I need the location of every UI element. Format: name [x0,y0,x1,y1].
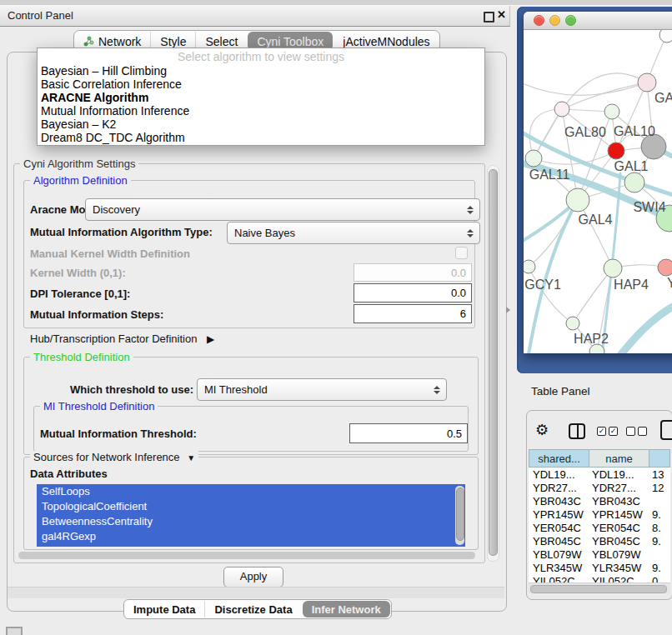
network-edge-thick[interactable] [607,297,672,353]
dropdown-item-dream8-dc-tdc-algorithm[interactable]: Dream8 DC_TDC Algorithm [38,131,484,144]
network-node[interactable] [658,259,672,276]
sources-legend[interactable]: Sources for Network Inference ▼ [30,451,198,463]
attribute-selfloops[interactable]: SelfLoops [37,484,465,499]
aracne-mode-select[interactable]: Discovery [85,198,480,221]
select-all-icon[interactable]: ✓ ✓ [597,427,618,436]
checked-box-icon: ✓ [609,427,618,436]
float-window-icon[interactable] [484,12,494,22]
table-cell: YBR043C [589,495,649,508]
table-horizontal-scrollbar[interactable] [529,582,670,593]
network-edge[interactable] [524,80,647,95]
dropdown-item-basic-correlation-inference[interactable]: Basic Correlation Inference [38,78,484,91]
network-node[interactable] [566,188,589,212]
data-attributes-list[interactable]: SelfLoopsTopologicalCoefficientBetweenne… [37,484,465,547]
columns-icon[interactable] [569,423,585,439]
settings-vertical-scrollbar[interactable] [487,165,499,562]
table-cell: YBR045C [529,535,589,548]
attribute-betweennesscentrality[interactable]: BetweennessCentrality [37,514,465,529]
collapse-down-icon: ▼ [187,453,195,462]
network-node[interactable] [638,73,656,92]
mi-threshold-input[interactable] [349,423,468,443]
table-scrollbar-thumb[interactable] [530,585,667,593]
close-window-button[interactable] [534,15,544,26]
table-body: YDL19...YDL19...13YDR27...YDR27...12YBR0… [529,468,670,582]
tab-discretize-data[interactable]: Discretize Data [204,601,301,618]
table-row[interactable]: YBL079WYBL079W [529,548,670,561]
dropdown-item-aracne-algorithm[interactable]: ARACNE Algorithm [38,91,484,104]
deselect-all-icon[interactable] [626,427,647,436]
attribute-topologicalcoefficient[interactable]: TopologicalCoefficient [37,499,465,514]
tab-label: Style [160,35,186,48]
gear-icon[interactable]: ⚙ [535,421,549,439]
network-node[interactable] [554,102,569,117]
table-cell: YLR345W [589,562,649,574]
network-node[interactable] [566,317,579,330]
network-canvas[interactable]: GAL80GAL10GALGAL11GAL1SWI4GAL4GCY1HAP4YH… [524,30,672,353]
table-row[interactable]: YLR345WYLR345W9. [529,561,670,574]
attributes-scrollbar-thumb[interactable] [456,488,464,541]
network-window[interactable]: GAL80GAL10GALGAL11GAL1SWI4GAL4GCY1HAP4YH… [524,12,672,353]
manual-kernel-checkbox[interactable] [455,247,468,259]
node-label-hap2: HAP2 [574,332,609,346]
mi-steps-input[interactable] [354,304,472,323]
which-threshold-label: Which threshold to use: [70,383,193,396]
dropdown-item-mutual-information-inference[interactable]: Mutual Information Inference [38,104,484,118]
network-graph[interactable]: GAL80GAL10GALGAL11GAL1SWI4GAL4GCY1HAP4YH… [524,30,672,353]
network-node[interactable] [525,150,542,167]
network-window-titlebar[interactable] [524,12,672,30]
table-cell: YBR045C [589,535,649,548]
attributes-scrollbar[interactable] [455,486,464,545]
tab-label: Select [205,35,238,48]
mi-threshold-label: Mutual Information Threshold: [40,428,197,440]
settings-scrollbar-thumb[interactable] [489,169,498,556]
network-node[interactable] [624,172,644,192]
horizontal-scrollbar-thumb[interactable] [18,552,475,559]
table-icon[interactable] [660,420,672,440]
network-node[interactable] [608,142,624,159]
minimize-window-button[interactable] [549,15,560,26]
dropdown-item-bayesian-k2[interactable]: Bayesian – K2 [38,118,484,131]
table-cell: YER054C [529,522,589,534]
which-threshold-select[interactable]: MI Threshold [197,378,447,401]
table-row[interactable]: YDL19...YDL19...13 [529,468,670,481]
which-threshold-value: MI Threshold [204,383,268,396]
dpi-tolerance-label: DPI Tolerance [0,1]: [30,288,130,300]
table-row[interactable]: YPR145WYPR145W9. [529,508,670,521]
tab-impute-data[interactable]: Impute Data [124,601,204,618]
zoom-window-button[interactable] [565,15,576,26]
table-cell: YBL079W [589,548,649,561]
column-header-name[interactable]: name [589,449,649,468]
network-node[interactable] [659,30,672,42]
table-row[interactable]: YER054CYER054C8. [529,521,670,534]
table-row[interactable]: YBR045CYBR045C9. [529,534,670,548]
table-cell: 13 [649,468,670,481]
hub-definition-expander[interactable]: Hub/Transcription Factor Definition ▶ [30,332,214,345]
table-row[interactable]: YDR27...YDR27...12 [529,481,670,494]
tab-infer-network[interactable]: Infer Network [303,601,390,618]
node-label-y: Y [667,276,672,290]
splitter-arrow-icon[interactable] [506,307,510,313]
table-cell: YDR27... [529,482,589,494]
cyni-settings-legend: Cyni Algorithm Settings [20,158,138,170]
attribute-gal4rgexp[interactable]: gal4RGexp [37,529,465,544]
table-row[interactable]: YBR043CYBR043C [529,494,670,508]
close-icon[interactable]: ✕ [497,8,506,21]
apply-button[interactable]: Apply [223,567,283,588]
mi-type-select[interactable]: Naive Bayes [227,222,480,244]
column-header-shared[interactable]: shared... [529,449,589,468]
table-header: shared...name [529,449,670,468]
dpi-tolerance-input[interactable] [354,283,472,302]
table-panel-card: ⚙ ✓ ✓ shared...name YDL19...YDL19...13YD… [526,410,672,600]
table-cell: YER054C [589,522,649,534]
unchecked-box-icon [638,427,647,436]
network-node[interactable] [524,260,535,273]
dropdown-item-bayesian-hill-climbing[interactable]: Bayesian – Hill Climbing [38,64,484,78]
hub-definition-label: Hub/Transcription Factor Definition [30,332,197,345]
column-header-2[interactable] [649,449,670,468]
network-node[interactable] [604,104,619,119]
network-node[interactable] [604,259,622,278]
spinner-arrows-icon [467,229,474,238]
spinner-arrows-icon [467,206,474,214]
dock-panel-icon[interactable] [6,627,23,635]
table-row[interactable]: YIL052CYIL052C0. [529,574,670,582]
